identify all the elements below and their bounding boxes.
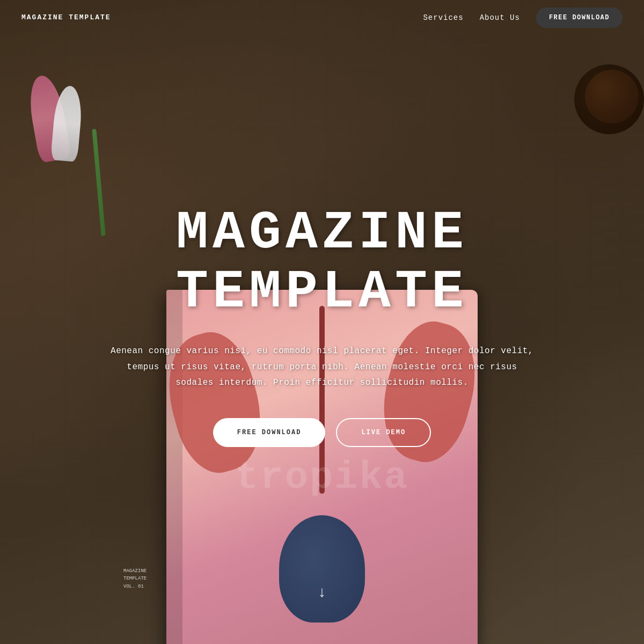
nav-cta-button[interactable]: FREE DOWNLOAD bbox=[536, 8, 623, 28]
coffee-cup-decoration bbox=[558, 64, 644, 161]
magazine-label: MAGAZINETEMPLATEVOL. 01 bbox=[123, 567, 147, 590]
scroll-arrow[interactable]: ↓ bbox=[318, 584, 327, 601]
nav-right: Services About Us FREE DOWNLOAD bbox=[423, 8, 623, 28]
hero-section: MAGAZINE TEMPLATE Services About Us FREE… bbox=[0, 0, 644, 644]
nav-link-services[interactable]: Services bbox=[423, 13, 463, 22]
hero-buttons: FREE DOWNLOAD LIVE DEMO bbox=[213, 418, 431, 447]
hero-description: Aenean congue varius nisi, eu commodo ni… bbox=[107, 343, 537, 391]
navbar: MAGAZINE TEMPLATE Services About Us FREE… bbox=[0, 0, 644, 35]
hero-title: MAGAZINE TEMPLATE bbox=[75, 204, 569, 322]
hero-content: MAGAZINE TEMPLATE Aenean congue varius n… bbox=[0, 204, 644, 469]
free-download-button[interactable]: FREE DOWNLOAD bbox=[213, 418, 326, 447]
nav-logo: MAGAZINE TEMPLATE bbox=[21, 13, 111, 21]
nav-link-about[interactable]: About Us bbox=[480, 13, 520, 22]
live-demo-button[interactable]: LIVE DEMO bbox=[336, 418, 431, 447]
